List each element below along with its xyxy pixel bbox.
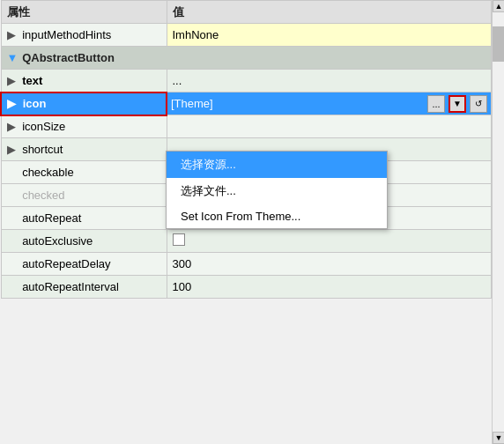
expand-icon[interactable]: ▶	[7, 74, 19, 87]
scroll-up-button[interactable]: ▲	[493, 0, 504, 12]
expand-icon[interactable]: ▶	[7, 120, 19, 133]
table-row: ▶ autoExclusive	[1, 230, 492, 253]
prop-name: ▶ inputMethodHints	[1, 24, 167, 47]
expand-placeholder: ▶	[7, 211, 19, 225]
scroll-down-button[interactable]: ▼	[493, 432, 504, 444]
table-row: ▶ autoRepeatInterval 100	[1, 276, 492, 299]
expand-placeholder: ▶	[7, 280, 19, 293]
table-row: ▶ text ...	[1, 70, 492, 92]
section-title: ▼ QAbstractButton	[1, 47, 492, 70]
expand-placeholder: ▶	[7, 257, 19, 270]
scroll-thumb[interactable]	[493, 26, 504, 62]
prop-value-icon[interactable]: [Theme] ... ▼ ↺	[167, 92, 492, 115]
table-row: ▶ inputMethodHints ImhNone	[1, 24, 492, 47]
table-row-selected: ▶ icon [Theme] ... ▼ ↺	[1, 92, 492, 115]
prop-value[interactable]: 100	[167, 276, 492, 299]
checkbox-autoexclusive[interactable]	[173, 233, 185, 246]
dropdown-button[interactable]: ▼	[448, 95, 466, 113]
col-value: 值	[167, 1, 492, 24]
scrollbar: ▲ ▼	[492, 0, 504, 444]
table-row: ▶ autoRepeatDelay 300	[1, 253, 492, 276]
prop-value[interactable]: ...	[167, 70, 492, 92]
table-container: 属性 值 ▶ inputMethodHints ImhNone ▼	[0, 0, 492, 299]
ellipsis-button[interactable]: ...	[427, 95, 445, 113]
prop-name: ▶ iconSize	[1, 115, 167, 138]
property-table: 属性 值 ▶ inputMethodHints ImhNone ▼	[0, 0, 492, 299]
table-header: 属性 值	[1, 1, 492, 24]
icon-value-container: [Theme] ... ▼ ↺	[171, 95, 487, 113]
prop-name-selected: ▶ icon	[1, 92, 167, 115]
menu-item-choose-resource[interactable]: 选择资源...	[167, 152, 387, 178]
expand-placeholder: ▶	[7, 166, 19, 179]
prop-name: ▶ autoExclusive	[1, 230, 167, 253]
prop-value[interactable]: ImhNone	[167, 24, 492, 47]
prop-name: ▶ autoRepeat	[1, 207, 167, 230]
expand-placeholder: ▶	[7, 234, 19, 248]
col-property: 属性	[1, 1, 167, 24]
prop-name: ▶ autoRepeatDelay	[1, 253, 167, 276]
expand-icon[interactable]: ▶	[7, 143, 19, 156]
prop-name: ▶ autoRepeatInterval	[1, 276, 167, 299]
expand-icon[interactable]: ▶	[7, 97, 19, 110]
arrow-button[interactable]: ↺	[470, 95, 487, 113]
prop-name: ▶ checkable	[1, 161, 167, 184]
prop-value[interactable]	[167, 115, 492, 138]
table-row: ▶ iconSize	[1, 115, 492, 138]
prop-name: ▶ text	[1, 70, 167, 92]
prop-name: ▶ shortcut	[1, 138, 167, 161]
expand-icon[interactable]: ▶	[7, 28, 19, 41]
dropdown-menu: 选择资源... 选择文件... Set Icon From Theme...	[166, 151, 388, 229]
prop-value[interactable]: 300	[167, 253, 492, 276]
menu-item-choose-file[interactable]: 选择文件...	[167, 178, 387, 204]
main-container: 属性 值 ▶ inputMethodHints ImhNone ▼	[0, 0, 504, 444]
section-header-qabstractbutton: ▼ QAbstractButton	[1, 47, 492, 70]
menu-item-set-icon-theme[interactable]: Set Icon From Theme...	[167, 204, 387, 228]
expand-placeholder: ▶	[7, 189, 19, 202]
collapse-icon[interactable]: ▼	[7, 51, 19, 64]
prop-value[interactable]	[167, 230, 492, 253]
prop-name: ▶ checked	[1, 184, 167, 207]
